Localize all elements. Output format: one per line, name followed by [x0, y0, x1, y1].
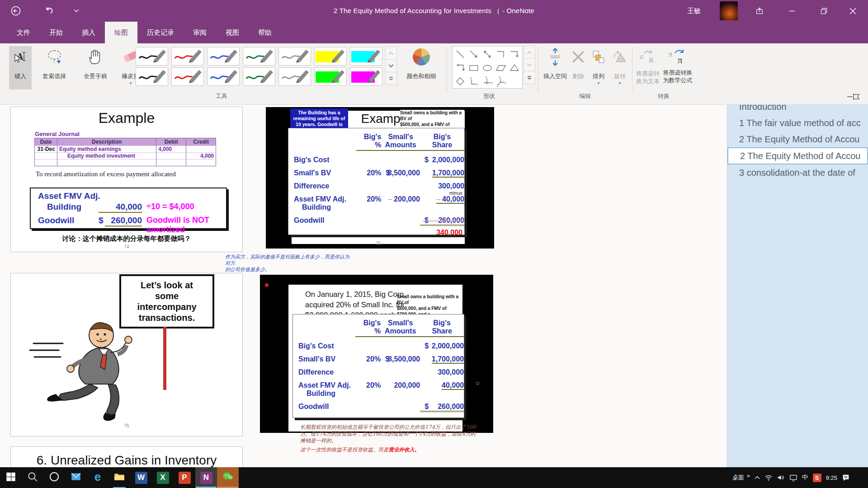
speaker-icon[interactable] [777, 474, 785, 481]
word-icon[interactable]: W [130, 467, 152, 488]
page-list-item[interactable]: 1 The fair value method of acc [727, 115, 868, 131]
pin-icon[interactable] [846, 92, 862, 101]
double-arrow-shape-icon[interactable] [481, 47, 494, 61]
tab-home[interactable]: 开始 [40, 22, 72, 43]
fullscreen-icon[interactable] [747, 0, 772, 22]
type-button[interactable]: A 键入 [9, 46, 32, 89]
xyz-axes-shape-icon[interactable]: YxZ [494, 75, 508, 88]
red-pen-icon[interactable] [171, 47, 204, 66]
page-number: 75 [376, 241, 381, 246]
shapes-scroll-down-icon[interactable] [524, 58, 535, 71]
black-pen-icon[interactable] [136, 47, 168, 66]
blue-pen-icon[interactable] [207, 67, 240, 86]
yellow-highlighter-icon[interactable] [314, 47, 347, 66]
avatar[interactable] [720, 1, 738, 20]
sogou-icon[interactable]: S [813, 474, 821, 482]
rotate-dropdown-icon[interactable]: ▼ [618, 81, 622, 85]
pen-scroll-up-icon[interactable] [385, 47, 397, 60]
elbow-arrow-down-shape-icon[interactable] [508, 47, 521, 61]
insert-space-button[interactable]: 插入空间 [542, 46, 569, 89]
shapes-scroll-up-icon[interactable] [524, 46, 535, 59]
shapes-gallery-more-icon[interactable] [524, 71, 535, 84]
diamond-shape-icon[interactable] [453, 75, 467, 88]
table-row: Big's Cost $2,000,000 [288, 156, 464, 164]
delete-button[interactable]: 删除 [569, 46, 588, 89]
search-icon[interactable] [22, 467, 43, 488]
green-pen-icon[interactable] [243, 47, 275, 66]
page-canvas[interactable]: Example General Journal Date Description… [0, 105, 727, 467]
onenote-icon[interactable]: N [195, 467, 217, 488]
eraser-dropdown-icon[interactable]: ▼ [129, 81, 132, 85]
start-icon[interactable] [0, 467, 22, 488]
ime-indicator[interactable]: 中 [802, 474, 808, 482]
xy-axes-shape-icon[interactable]: Yx [467, 75, 481, 88]
desktop-expand-icon[interactable]: » [747, 473, 750, 479]
tab-insert[interactable]: 插入 [72, 22, 105, 43]
svg-text:Y: Y [499, 75, 501, 80]
tab-review[interactable]: 审阅 [184, 22, 216, 43]
gray-pen-icon[interactable] [278, 47, 311, 66]
parallelogram-shape-icon[interactable] [494, 61, 508, 75]
tab-history[interactable]: 历史记录 [137, 22, 184, 43]
lasso-select-button[interactable]: 套索选择 [34, 46, 74, 89]
panning-hand-button[interactable]: 全景手柄 [76, 46, 115, 89]
rectangle-shape-icon[interactable] [467, 61, 481, 75]
page-list-item[interactable]: 2 The Equity Method of Accou [727, 147, 868, 164]
handwritten-note-maroon: 长期股权投资的初始值总额等于被投资公司的公允价值174万，但只出了160 万。借… [300, 424, 499, 453]
xy-cross-axes-shape-icon[interactable]: Yx [481, 75, 494, 88]
shapes-gallery: Yx Yx YxZ [452, 46, 523, 89]
powerpoint-icon[interactable]: P [174, 467, 195, 488]
ellipse-shape-icon[interactable] [481, 61, 494, 75]
ink-to-math-button[interactable]: ππ 将墨迹转换为数学公式 [661, 46, 694, 95]
gray-pen-icon[interactable] [278, 67, 311, 86]
excel-icon[interactable]: X [152, 467, 174, 488]
tab-draw[interactable]: 绘图 [105, 22, 137, 43]
wifi-icon[interactable] [764, 474, 773, 481]
general-journal-table: Date Description Debit Credit 31-Dec Equ… [34, 138, 216, 166]
restore-icon[interactable] [811, 0, 836, 22]
desktop-toolbar[interactable]: 桌面 [732, 474, 744, 482]
minimize-icon[interactable] [779, 0, 805, 22]
tab-help[interactable]: 帮助 [249, 22, 281, 43]
arrange-dropdown-icon[interactable]: ▼ [597, 81, 600, 85]
page-list-item[interactable]: Introduction [727, 105, 868, 115]
hidden-icons-chevron-icon[interactable] [755, 476, 760, 479]
file-explorer-icon[interactable] [108, 467, 130, 488]
black-pen-icon[interactable] [136, 67, 168, 86]
elbow-arrow-left-shape-icon[interactable] [453, 61, 467, 75]
page-list-item[interactable]: 2 The Equity Method of Accou [727, 131, 868, 147]
page-number: 75 [11, 423, 242, 428]
clock[interactable]: 9:25 [826, 474, 837, 481]
line-shape-icon[interactable] [453, 47, 467, 61]
account-name[interactable]: 王敏 [687, 0, 701, 22]
slide-intercompany: Let’s look at some intercompany transact… [10, 273, 243, 436]
elbow-shape-icon[interactable] [494, 47, 508, 61]
page-list-panel[interactable]: Introduction 1 The fair value method of … [727, 105, 868, 467]
touch-keyboard-icon[interactable] [789, 474, 797, 481]
close-icon[interactable] [840, 0, 865, 22]
color-thickness-button[interactable]: 颜色和粗细 [400, 46, 443, 89]
arrange-button[interactable]: 排列 ▼ [588, 46, 609, 95]
red-pen-icon[interactable] [171, 67, 204, 86]
tab-file[interactable]: 文件 [7, 22, 40, 43]
magenta-highlighter-icon[interactable] [350, 67, 382, 86]
blue-pen-icon[interactable] [207, 47, 240, 66]
cortana-icon[interactable] [43, 467, 65, 488]
rotate-button[interactable]: 旋转 ▼ [609, 46, 630, 95]
triangle-shape-icon[interactable] [508, 61, 521, 75]
ink-to-text-button[interactable]: aa 将墨迹转换为文本 [635, 46, 661, 95]
wechat-icon[interactable] [217, 467, 239, 488]
action-center-icon[interactable] [842, 474, 850, 482]
page-list-item[interactable]: 3 consolidation-at the date of [727, 164, 868, 181]
pen-gallery-more-icon[interactable] [385, 72, 397, 85]
pen-scroll-down-icon[interactable] [385, 59, 397, 72]
green-pen-icon[interactable] [243, 67, 275, 86]
window-title: 2 The Equity Method of Accounting for In… [0, 0, 868, 22]
green-highlighter-icon[interactable] [314, 67, 347, 86]
svg-text:π: π [669, 50, 672, 58]
edge-icon[interactable]: e [87, 467, 108, 488]
mail-icon[interactable] [65, 467, 87, 488]
arrow-shape-icon[interactable] [467, 47, 481, 61]
tab-view[interactable]: 视图 [216, 22, 249, 43]
cyan-highlighter-icon[interactable] [350, 47, 382, 66]
